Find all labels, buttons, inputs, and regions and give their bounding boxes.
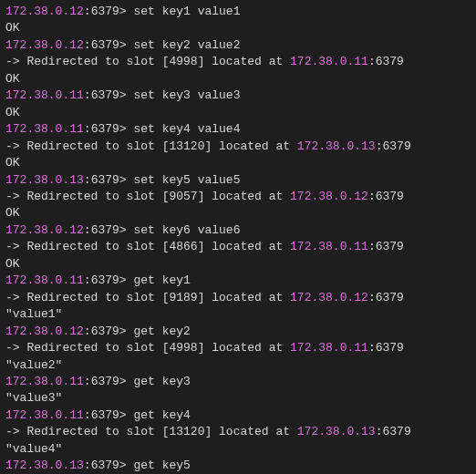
prompt-ip: 172.38.0.12 xyxy=(5,38,84,52)
prompt-ip: 172.38.0.11 xyxy=(5,375,84,388)
prompt-port: :6379> xyxy=(84,173,134,187)
command-text: get key5 xyxy=(133,459,190,472)
command-text: get key3 xyxy=(133,375,190,388)
redirect-line: -> Redirected to slot [4998] located at … xyxy=(5,340,471,356)
command-text: set key5 value5 xyxy=(133,173,240,187)
prompt-ip: 172.38.0.11 xyxy=(5,408,84,422)
result-line: OK xyxy=(5,256,471,273)
redirect-suffix: :6379 xyxy=(368,240,404,253)
result-line: OK xyxy=(5,205,471,222)
command-text: set key4 value4 xyxy=(133,122,240,136)
command-line: 172.38.0.12:6379> set key6 value6 xyxy=(5,222,471,239)
command-line: 172.38.0.13:6379> set key5 value5 xyxy=(5,172,471,189)
redirect-ip: 172.38.0.12 xyxy=(290,291,368,304)
command-line: 172.38.0.13:6379> get key5 xyxy=(5,458,471,474)
prompt-ip: 172.38.0.11 xyxy=(5,88,84,102)
command-text: get key4 xyxy=(133,408,190,422)
redirect-ip: 172.38.0.13 xyxy=(297,425,376,438)
redirect-prefix: -> Redirected to slot [9057] located at xyxy=(5,190,290,203)
redirect-suffix: :6379 xyxy=(368,341,404,355)
redirect-suffix: :6379 xyxy=(376,139,411,153)
prompt-ip: 172.38.0.13 xyxy=(5,459,84,472)
redirect-ip: 172.38.0.11 xyxy=(290,341,368,355)
result-line: OK xyxy=(5,71,471,88)
redirect-suffix: :6379 xyxy=(368,55,404,68)
prompt-port: :6379> xyxy=(84,375,134,388)
prompt-port: :6379> xyxy=(84,408,134,422)
redirect-ip: 172.38.0.13 xyxy=(297,139,376,153)
prompt-ip: 172.38.0.12 xyxy=(5,223,84,237)
prompt-ip: 172.38.0.11 xyxy=(5,122,84,136)
prompt-port: :6379> xyxy=(84,273,134,287)
result-line: "value4" xyxy=(5,441,471,458)
prompt-port: :6379> xyxy=(84,88,134,102)
command-line: 172.38.0.12:6379> set key1 value1 xyxy=(5,4,471,20)
command-line: 172.38.0.11:6379> set key4 value4 xyxy=(5,121,471,138)
prompt-port: :6379> xyxy=(84,122,134,136)
command-text: set key1 value1 xyxy=(133,5,240,18)
redirect-prefix: -> Redirected to slot [4998] located at xyxy=(5,55,290,68)
result-line: OK xyxy=(5,20,471,36)
result-line: "value1" xyxy=(5,306,471,323)
redirect-suffix: :6379 xyxy=(368,190,404,203)
redirect-ip: 172.38.0.11 xyxy=(290,55,368,68)
prompt-port: :6379> xyxy=(84,325,134,338)
redirect-line: -> Redirected to slot [13120] located at… xyxy=(5,424,471,440)
redirect-line: -> Redirected to slot [13120] located at… xyxy=(5,139,471,155)
redirect-prefix: -> Redirected to slot [4866] located at xyxy=(5,240,290,253)
redirect-ip: 172.38.0.12 xyxy=(290,190,368,203)
redirect-line: -> Redirected to slot [4866] located at … xyxy=(5,239,471,255)
command-text: set key3 value3 xyxy=(133,88,240,102)
result-line: OK xyxy=(5,105,471,121)
redirect-line: -> Redirected to slot [4998] located at … xyxy=(5,54,471,70)
command-line: 172.38.0.12:6379> set key2 value2 xyxy=(5,37,471,54)
prompt-port: :6379> xyxy=(84,5,134,18)
command-line: 172.38.0.11:6379> get key3 xyxy=(5,374,471,390)
redirect-suffix: :6379 xyxy=(376,425,411,438)
prompt-ip: 172.38.0.13 xyxy=(5,173,84,187)
command-text: get key2 xyxy=(133,325,190,338)
redirect-line: -> Redirected to slot [9189] located at … xyxy=(5,290,471,306)
prompt-ip: 172.38.0.12 xyxy=(5,325,84,338)
command-line: 172.38.0.12:6379> get key2 xyxy=(5,324,471,340)
command-line: 172.38.0.11:6379> get key4 xyxy=(5,407,471,424)
prompt-ip: 172.38.0.12 xyxy=(5,5,84,18)
command-text: set key2 value2 xyxy=(133,38,240,52)
redirect-suffix: :6379 xyxy=(368,291,404,304)
prompt-port: :6379> xyxy=(84,459,134,472)
result-line: OK xyxy=(5,155,471,171)
result-line: "value3" xyxy=(5,390,471,407)
redirect-prefix: -> Redirected to slot [13120] located at xyxy=(5,425,297,438)
prompt-port: :6379> xyxy=(84,38,134,52)
redirect-line: -> Redirected to slot [9057] located at … xyxy=(5,189,471,205)
command-text: get key1 xyxy=(133,273,190,287)
command-line: 172.38.0.11:6379> set key3 value3 xyxy=(5,88,471,104)
redirect-prefix: -> Redirected to slot [4998] located at xyxy=(5,341,290,355)
command-line: 172.38.0.11:6379> get key1 xyxy=(5,273,471,289)
command-text: set key6 value6 xyxy=(133,223,240,237)
terminal-output: 172.38.0.12:6379> set key1 value1OK172.3… xyxy=(5,4,471,474)
redirect-prefix: -> Redirected to slot [13120] located at xyxy=(5,139,297,153)
prompt-ip: 172.38.0.11 xyxy=(5,273,84,287)
redirect-prefix: -> Redirected to slot [9189] located at xyxy=(5,291,290,304)
redirect-ip: 172.38.0.11 xyxy=(290,240,368,253)
result-line: "value2" xyxy=(5,357,471,374)
prompt-port: :6379> xyxy=(84,223,134,237)
